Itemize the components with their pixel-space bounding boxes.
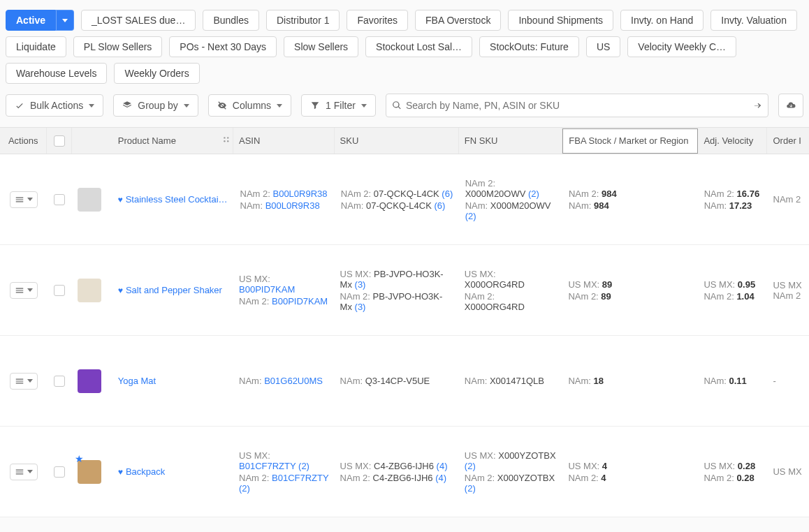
header-fn-sku[interactable]: FN SKU [459,128,563,154]
filter-label: 1 Filter [326,100,356,111]
row-checkbox[interactable] [54,466,65,478]
eye-off-icon [217,101,227,110]
row-actions-button[interactable] [10,464,38,480]
product-name-link[interactable]: ♥Backpack [118,466,166,477]
saved-filter-pill[interactable]: Liquidate [6,36,66,57]
cell-fba-stock: NAm 2: 984NAm: 984 [563,189,699,211]
cell-velocity: NAm 2: 16.76NAm: 17.23 [699,189,768,211]
product-name-link[interactable]: ♥Salt and Pepper Shaker [118,285,222,295]
saved-filter-pill[interactable]: Distributor 1 [266,10,340,31]
arrow-right-icon[interactable] [752,101,762,110]
saved-filter-pill[interactable]: Invty. Valuation [710,10,797,31]
cell-fn-sku: US MX: X000YZOTBX (2)NAm 2: X000YZOTBX (… [459,450,563,494]
active-filter-dropdown[interactable] [56,10,74,31]
active-filter-group: Active [6,10,74,31]
group-by-label: Group by [138,100,178,111]
product-name-link[interactable]: Yoga Mat [118,376,156,386]
row-checkbox[interactable] [54,194,65,205]
table-row: ♥Salt and Pepper ShakerUS MX: B00PID7KAM… [0,245,809,336]
row-checkbox[interactable] [54,376,65,387]
search-box[interactable] [386,94,768,117]
row-actions-button[interactable] [10,373,38,390]
header-image [72,128,112,154]
header-fba-stock[interactable]: FBA Stock / Market or Region [562,128,698,154]
svg-point-1 [227,137,228,138]
cell-order: US MX NAm 2 [767,280,809,301]
bulk-actions-label: Bulk Actions [30,100,83,111]
heart-icon: ♥ [118,195,123,205]
cell-velocity: US MX: 0.28NAm 2: 0.28 [698,461,767,483]
filter-button[interactable]: 1 Filter [301,94,376,117]
table-row: ★♥BackpackUS MX: B01CF7RZTY (2)NAm 2: B0… [0,427,809,517]
chevron-down-icon [184,104,189,108]
chevron-down-icon [361,104,367,108]
cell-order: - [767,376,809,386]
product-name-link[interactable]: ♥Stainless Steel Cocktail … [118,194,229,205]
cell-velocity: US MX: 0.95NAm 2: 1.04 [698,279,767,302]
row-checkbox[interactable] [54,285,65,296]
svg-point-3 [227,140,228,142]
saved-filter-pill[interactable]: Inbound Shipments [508,10,613,31]
menu-icon [15,376,24,386]
cell-asin: US MX: B00PID7KAMNAm 2: B00PID7KAM [233,274,335,306]
product-thumbnail[interactable] [78,279,101,302]
saved-filter-pill[interactable]: FBA Overstock [415,10,501,31]
header-actions[interactable]: Actions [0,128,47,154]
columns-button[interactable]: Columns [208,94,291,117]
row-actions-button[interactable] [10,191,38,208]
heart-icon: ♥ [118,467,123,477]
product-thumbnail[interactable] [78,369,101,393]
header-sku[interactable]: SKU [335,128,459,154]
saved-filter-pill[interactable]: Invty. on Hand [620,10,704,31]
product-thumbnail[interactable]: ★ [78,460,101,484]
saved-filter-pill[interactable]: Velocity Weekly C… [627,36,736,57]
saved-filter-pill[interactable]: Bundles [203,10,259,31]
cell-fba-stock: US MX: 89NAm 2: 89 [562,279,698,302]
saved-filter-pill[interactable]: POs - Next 30 Days [169,36,277,57]
cell-fba-stock: US MX: 4NAm 2: 4 [562,461,698,483]
product-thumbnail[interactable] [78,188,101,212]
cell-sku: US MX: C4-ZBG6-IJH6 (4)NAm 2: C4-ZBG6-IJ… [335,461,459,483]
cell-fba-stock: NAm: 18 [562,376,698,386]
saved-filter-pill[interactable]: Warehouse Levels [6,63,107,84]
saved-filter-pill[interactable]: Favorites [347,10,408,31]
header-velocity[interactable]: Adj. Velocity [698,128,767,154]
menu-icon [15,195,24,205]
search-icon [392,101,402,110]
header-asin[interactable]: ASIN [233,128,335,154]
cell-fn-sku: NAm 2: X000M20OWV (2)NAm: X000M20OWV (2) [460,178,563,221]
chevron-down-icon [27,288,33,292]
cell-asin: US MX: B01CF7RZTY (2)NAm 2: B01CF7RZTY (… [233,450,335,494]
chevron-down-icon [277,104,282,108]
search-input[interactable] [402,94,752,117]
saved-filter-pill[interactable]: Weekly Orders [114,63,199,84]
cell-asin: NAm 2: B00L0R9R38NAm: B00L0R9R38 [235,189,335,211]
cell-fn-sku: US MX: X000ORG4RDNAm 2: X000ORG4RD [459,269,563,312]
saved-filter-pill[interactable]: _LOST SALES due… [81,10,196,31]
row-actions-button[interactable] [10,282,38,299]
bulk-actions-button[interactable]: Bulk Actions [6,94,103,117]
saved-filter-pill[interactable]: Slow Sellers [284,36,358,57]
grid-header: Actions Product Name ASIN SKU FN SKU FBA… [0,128,809,154]
table-row: ♥Stainless Steel Cocktail …NAm 2: B00L0R… [0,154,809,245]
cloud-download-button[interactable] [778,94,803,117]
star-icon: ★ [75,453,84,464]
header-order[interactable]: Order I [767,128,809,154]
chevron-down-icon [89,104,94,108]
filter-icon [310,101,320,110]
heart-icon: ♥ [118,286,123,295]
saved-filter-pill[interactable]: US [586,36,620,57]
cell-velocity: NAm: 0.11 [698,376,767,386]
svg-point-0 [224,137,225,138]
saved-filter-pill[interactable]: StockOuts: Future [479,36,579,57]
cell-sku: US MX: PB-JVPO-HO3K-Mx (3)NAm 2: PB-JVPO… [335,269,459,312]
group-by-button[interactable]: Group by [113,94,198,117]
saved-filter-pill[interactable]: Stockout Lost Sal… [365,36,472,57]
saved-filter-pill[interactable]: PL Slow Sellers [73,36,163,57]
svg-point-2 [224,140,225,142]
active-filter-pill[interactable]: Active [6,10,56,31]
cell-sku: NAm: Q3-14CP-V5UE [335,376,459,386]
header-select-all[interactable] [47,128,72,154]
header-product-name[interactable]: Product Name [112,128,233,154]
chevron-down-icon [27,470,33,473]
